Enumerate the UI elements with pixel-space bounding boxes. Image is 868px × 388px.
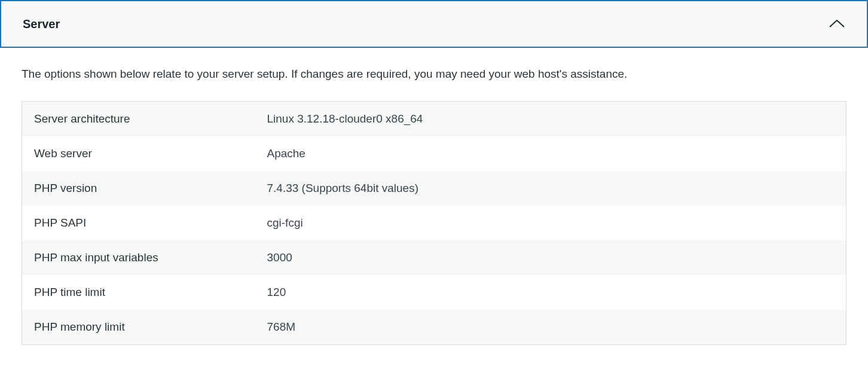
table-row: PHP SAPI cgi-fcgi [22,206,846,240]
row-value: 120 [255,275,846,310]
row-label: PHP SAPI [22,206,255,240]
row-value: cgi-fcgi [255,206,846,240]
chevron-up-icon [829,16,845,32]
row-label: PHP memory limit [22,310,255,345]
row-label: PHP max input variables [22,240,255,275]
row-value: Linux 3.12.18-clouder0 x86_64 [255,101,846,136]
panel-description: The options shown below relate to your s… [22,66,846,83]
panel-title: Server [23,17,60,31]
server-info-table: Server architecture Linux 3.12.18-cloude… [22,101,846,345]
table-row: PHP time limit 120 [22,275,846,310]
row-value: Apache [255,136,846,171]
table-row: PHP memory limit 768M [22,310,846,345]
panel-header-server[interactable]: Server [0,0,868,48]
table-row: PHP max input variables 3000 [22,240,846,275]
table-row: Web server Apache [22,136,846,171]
table-row: Server architecture Linux 3.12.18-cloude… [22,101,846,136]
site-health-panel: Server The options shown below relate to… [0,0,868,388]
row-value: 768M [255,310,846,345]
table-row: PHP version 7.4.33 (Supports 64bit value… [22,171,846,206]
row-label: Web server [22,136,255,171]
row-label: PHP time limit [22,275,255,310]
row-value: 7.4.33 (Supports 64bit values) [255,171,846,206]
row-label: Server architecture [22,101,255,136]
panel-body: The options shown below relate to your s… [0,48,868,345]
server-info-tbody: Server architecture Linux 3.12.18-cloude… [22,101,846,344]
row-label: PHP version [22,171,255,206]
row-value: 3000 [255,240,846,275]
